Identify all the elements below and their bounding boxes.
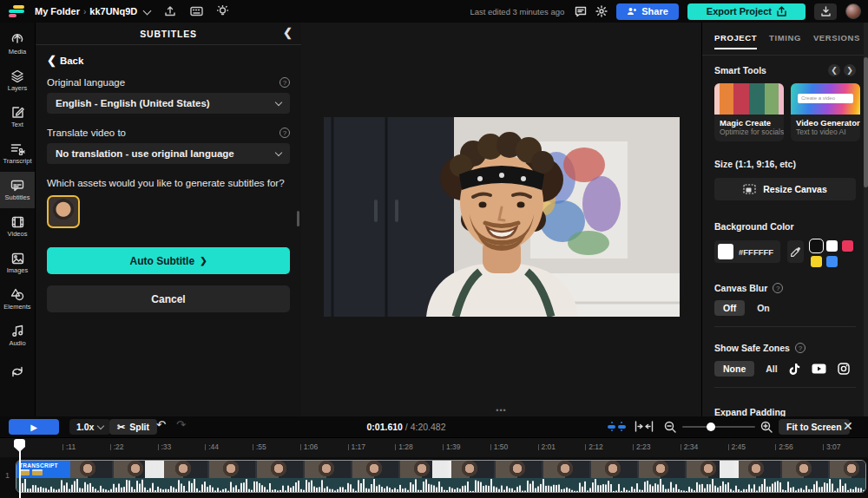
eyedropper-icon	[790, 246, 801, 258]
canvas-area[interactable]: •••	[301, 23, 701, 416]
timeline-tracks: 1 TRANSCRIPT	[0, 457, 868, 498]
canvas-blur-on-button[interactable]: On	[757, 303, 770, 313]
help-icon[interactable]: ?	[279, 128, 290, 138]
eyedropper-button[interactable]	[787, 240, 804, 263]
ruler-tick: 1:17	[348, 442, 366, 451]
canvas-blur-off-button[interactable]: Off	[714, 300, 745, 316]
ruler-tick: 3:07	[823, 442, 841, 451]
user-avatar[interactable]	[845, 3, 861, 19]
swatch-blue[interactable]	[826, 256, 838, 267]
subtitles-icon	[10, 180, 24, 192]
close-timeline-icon[interactable]: ✕	[843, 419, 853, 433]
auto-subtitle-label: Auto Subtitle	[129, 255, 194, 267]
instagram-icon[interactable]	[838, 363, 850, 375]
timecode-display: 0:01.610 / 4:20.482	[337, 422, 476, 432]
undo-button[interactable]: ↶	[156, 418, 166, 431]
keyboard-shortcuts-icon[interactable]	[190, 6, 203, 16]
settings-gear-icon[interactable]	[595, 5, 608, 17]
resize-canvas-button[interactable]: Resize Canvas	[714, 178, 856, 200]
background-hex-input[interactable]: #FFFFFF	[714, 240, 780, 263]
sidebar-item-layers[interactable]: Layers	[0, 62, 35, 99]
back-button[interactable]: ❮ Back	[47, 54, 290, 67]
sidebar-item-media[interactable]: Media	[0, 26, 35, 62]
auto-subtitle-button[interactable]: Auto Subtitle ❯	[47, 247, 290, 274]
sidebar-item-text[interactable]: Text	[0, 99, 35, 135]
comments-icon[interactable]	[575, 6, 587, 17]
back-label: Back	[60, 56, 84, 66]
collapse-panel-icon[interactable]: ❮	[283, 26, 293, 39]
chevron-down-icon[interactable]	[143, 6, 152, 15]
smart-tool-video-generator[interactable]: Create a video about... Video Generator …	[791, 83, 860, 141]
card-title: Magic Create	[720, 118, 779, 128]
smart-tool-magic-create[interactable]: Magic Create Optimize for socials	[714, 83, 784, 141]
help-icon[interactable]: ?	[773, 283, 783, 293]
audio-note-icon	[11, 324, 24, 337]
zoom-out-icon[interactable]	[664, 421, 676, 433]
images-icon	[11, 252, 24, 265]
sidebar-item-elements[interactable]: Elements	[0, 281, 35, 318]
split-button[interactable]: ✂ Split	[109, 419, 157, 435]
fit-to-screen-button[interactable]: Fit to Screen	[779, 419, 850, 435]
tab-timing[interactable]: TIMING	[769, 33, 801, 49]
safe-zone-all-button[interactable]: All	[766, 364, 777, 374]
card-subtitle: Text to video AI	[796, 128, 855, 136]
safe-zone-none-button[interactable]: None	[714, 361, 754, 377]
redo-button[interactable]: ↷	[176, 418, 186, 431]
ruler-tick: 1:28	[395, 442, 413, 451]
translate-label: Translate video to	[47, 128, 126, 138]
breadcrumb-folder[interactable]: My Folder	[35, 6, 80, 16]
video-preview[interactable]	[324, 117, 680, 317]
timeline-snap-toggle-icon[interactable]	[608, 423, 627, 431]
swatch-yellow[interactable]	[811, 256, 822, 267]
asset-thumbnail[interactable]	[47, 195, 80, 228]
sidebar-item-images[interactable]: Images	[0, 245, 35, 281]
swatch-red[interactable]	[842, 240, 853, 252]
sidebar-item-videos[interactable]: Videos	[0, 208, 35, 245]
video-frame-illustration	[324, 117, 680, 317]
kapwing-logo[interactable]	[7, 4, 26, 18]
tab-project[interactable]: PROJECT	[714, 33, 757, 49]
speed-dropdown[interactable]: 1.0x	[69, 419, 110, 435]
canvas-resize-handle[interactable]: •••	[496, 406, 506, 415]
swatch-black[interactable]	[811, 240, 822, 252]
video-generator-placeholder: Create a video about...	[798, 94, 853, 103]
timeline-zoom-slider[interactable]	[682, 426, 755, 428]
smart-tools-next-button[interactable]: ❯	[844, 64, 856, 76]
upload-icon[interactable]	[164, 5, 176, 17]
sidebar-item-transcript[interactable]: Transcript	[0, 135, 35, 172]
size-section-label: Size (1:1, 9:16, etc)	[714, 159, 796, 169]
share-button-label: Share	[641, 6, 668, 16]
video-clip[interactable]: TRANSCRIPT	[16, 460, 866, 493]
help-icon[interactable]: ?	[279, 77, 290, 88]
tab-versions[interactable]: VERSIONS	[813, 33, 860, 49]
sidebar-item-audio[interactable]: Audio	[0, 318, 35, 354]
smart-tools-prev-button[interactable]: ❮	[828, 64, 840, 76]
scissors-icon: ✂	[117, 422, 125, 433]
tiktok-icon[interactable]	[789, 363, 800, 376]
lightbulb-icon[interactable]	[217, 5, 228, 17]
panel-scrollbar-track[interactable]	[864, 23, 868, 416]
export-project-button[interactable]: Export Project	[687, 3, 806, 20]
help-icon[interactable]: ?	[795, 343, 806, 353]
swatch-white[interactable]	[826, 240, 838, 252]
panel-scrollbar[interactable]	[297, 211, 299, 226]
translate-select[interactable]: No translation - use original language	[47, 143, 290, 164]
sync-loop-icon[interactable]	[10, 366, 24, 377]
expand-padding-label: Expand Padding	[714, 407, 786, 416]
download-button[interactable]	[814, 3, 837, 20]
breadcrumb-project[interactable]: kk7UNq9D	[89, 6, 137, 16]
zoom-slider-knob[interactable]	[707, 423, 715, 431]
sidebar-item-subtitles[interactable]: Subtitles	[0, 172, 35, 208]
jump-to-playhead-icon[interactable]	[635, 421, 654, 432]
timeline-ruler[interactable]: :11:22:33:44:551:061:171:281:391:502:012…	[0, 437, 868, 457]
zoom-in-icon[interactable]	[760, 421, 773, 433]
panel-scrollbar-thumb[interactable]	[864, 57, 868, 187]
color-swatches	[811, 240, 856, 267]
current-color-swatch	[718, 244, 733, 259]
original-language-select[interactable]: English - English (United States)	[47, 93, 290, 114]
cancel-button[interactable]: Cancel	[47, 285, 290, 312]
share-button[interactable]: Share	[616, 3, 679, 20]
play-button[interactable]: ▶	[9, 419, 59, 435]
youtube-icon[interactable]	[812, 364, 826, 374]
transcript-badge[interactable]: TRANSCRIPT	[16, 461, 70, 478]
